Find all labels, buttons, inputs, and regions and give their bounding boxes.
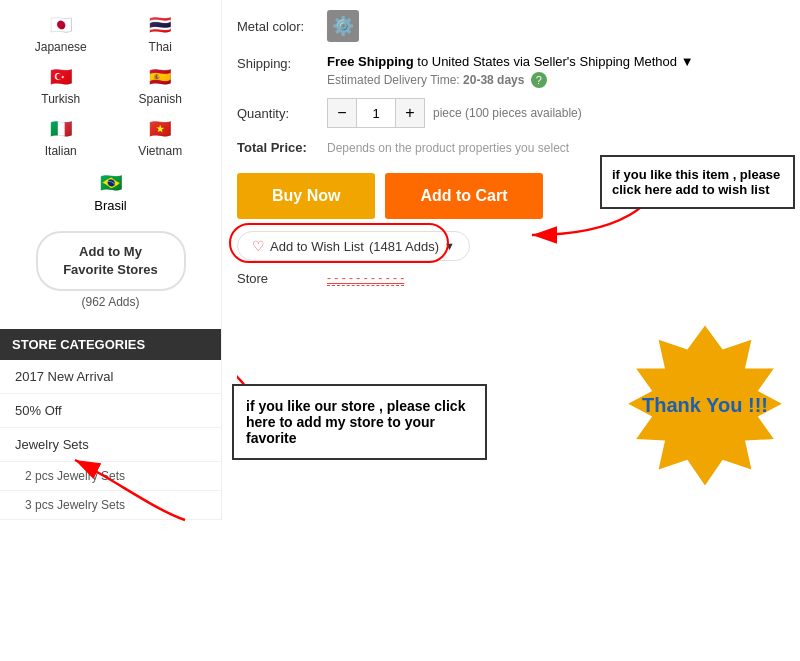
sidebar-item-italian[interactable]: 🇮🇹 Italian [15, 114, 107, 158]
spanish-flag: 🇪🇸 [138, 62, 182, 92]
brasil-flag: 🇧🇷 [89, 168, 133, 198]
quantity-control: − + [327, 98, 425, 128]
vietnam-flag: 🇻🇳 [138, 114, 182, 144]
brasil-label: Brasil [94, 198, 127, 213]
estimated-delivery: Estimated Delivery Time: 20-38 days ? [327, 72, 694, 88]
shipping-label: Shipping: [237, 54, 327, 88]
wishlist-annotation-text: if you like this item , please click her… [612, 167, 780, 197]
thank-you-text: Thank You !!! [642, 391, 768, 419]
store-adds-count: (962 Adds) [81, 295, 139, 309]
wishlist-count: (1481 Adds) [369, 239, 439, 254]
quantity-input[interactable] [356, 99, 396, 127]
vietnam-label: Vietnam [138, 144, 182, 158]
buy-now-button[interactable]: Buy Now [237, 173, 375, 219]
shipping-to-text: to United States via Seller's Shipping M… [417, 54, 677, 69]
add-store-button[interactable]: Add to MyFavorite Stores [36, 231, 186, 291]
metal-color-label: Metal color: [237, 19, 327, 34]
quantity-label: Quantity: [237, 106, 327, 121]
add-to-wishlist-button[interactable]: ♡ Add to Wish List (1481 Adds) ▼ [237, 231, 470, 261]
shipping-info: Free Shipping to United States via Selle… [327, 54, 694, 88]
sidebar-item-thai[interactable]: 🇹🇭 Thai [115, 10, 207, 54]
quantity-increase[interactable]: + [396, 99, 424, 127]
wishlist-label: Add to Wish List [270, 239, 364, 254]
sidebar-item-turkish[interactable]: 🇹🇷 Turkish [15, 62, 107, 106]
store-link[interactable]: - - - - - - - - - - - [327, 271, 404, 286]
sidebar-item-vietnam[interactable]: 🇻🇳 Vietnam [115, 114, 207, 158]
metal-color-row: Metal color: ⚙️ [237, 10, 785, 42]
store-annotation-box: if you like our store , please click her… [232, 384, 487, 460]
wishlist-dropdown-icon[interactable]: ▼ [444, 240, 455, 252]
japanese-label: Japanese [35, 40, 87, 54]
italian-label: Italian [45, 144, 77, 158]
category-3pcs[interactable]: 3 pcs Jewelry Sets [0, 491, 221, 520]
shipping-row: Shipping: Free Shipping to United States… [237, 54, 785, 88]
heart-icon: ♡ [252, 238, 265, 254]
category-jewelry-sets[interactable]: Jewelry Sets [0, 428, 221, 462]
store-annotation-text: if you like our store , please click her… [246, 398, 465, 446]
add-store-section: Add to MyFavorite Stores (962 Adds) [0, 221, 221, 319]
turkish-label: Turkish [41, 92, 80, 106]
language-grid: 🇯🇵 Japanese 🇹🇭 Thai 🇹🇷 Turkish 🇪🇸 Spanis… [0, 0, 221, 168]
turkish-flag: 🇹🇷 [39, 62, 83, 92]
free-shipping-text: Free Shipping [327, 54, 414, 69]
category-2pcs[interactable]: 2 pcs Jewelry Sets [0, 462, 221, 491]
thai-label: Thai [149, 40, 172, 54]
metal-color-swatch[interactable]: ⚙️ [327, 10, 359, 42]
thai-flag: 🇹🇭 [138, 10, 182, 40]
category-50-off[interactable]: 50% Off [0, 394, 221, 428]
sidebar: 🇯🇵 Japanese 🇹🇭 Thai 🇹🇷 Turkish 🇪🇸 Spanis… [0, 0, 222, 520]
store-label: Store [237, 271, 327, 286]
quantity-row: Quantity: − + piece (100 pieces availabl… [237, 98, 785, 128]
help-icon[interactable]: ? [531, 72, 547, 88]
total-price-row: Total Price: Depends on the product prop… [237, 140, 785, 155]
product-main: Metal color: ⚙️ Shipping: Free Shipping … [222, 0, 800, 520]
sidebar-item-brasil[interactable]: 🇧🇷 Brasil [0, 168, 221, 221]
piece-info: piece (100 pieces available) [433, 106, 582, 120]
category-new-arrival[interactable]: 2017 New Arrival [0, 360, 221, 394]
total-price-value: Depends on the product properties you se… [327, 141, 569, 155]
total-price-label: Total Price: [237, 140, 327, 155]
italian-flag: 🇮🇹 [39, 114, 83, 144]
japanese-flag: 🇯🇵 [39, 10, 83, 40]
sidebar-item-spanish[interactable]: 🇪🇸 Spanish [115, 62, 207, 106]
dropdown-arrow[interactable]: ▼ [681, 54, 694, 69]
spanish-label: Spanish [139, 92, 182, 106]
sidebar-item-japanese[interactable]: 🇯🇵 Japanese [15, 10, 107, 54]
store-row: Store - - - - - - - - - - - [237, 271, 785, 286]
delivery-time: 20-38 days [463, 73, 524, 87]
thank-you-starburst: Thank You !!! [620, 320, 790, 490]
quantity-decrease[interactable]: − [328, 99, 356, 127]
store-categories-header: STORE CATEGORIES [0, 329, 221, 360]
wishlist-annotation-box: if you like this item , please click her… [600, 155, 795, 209]
